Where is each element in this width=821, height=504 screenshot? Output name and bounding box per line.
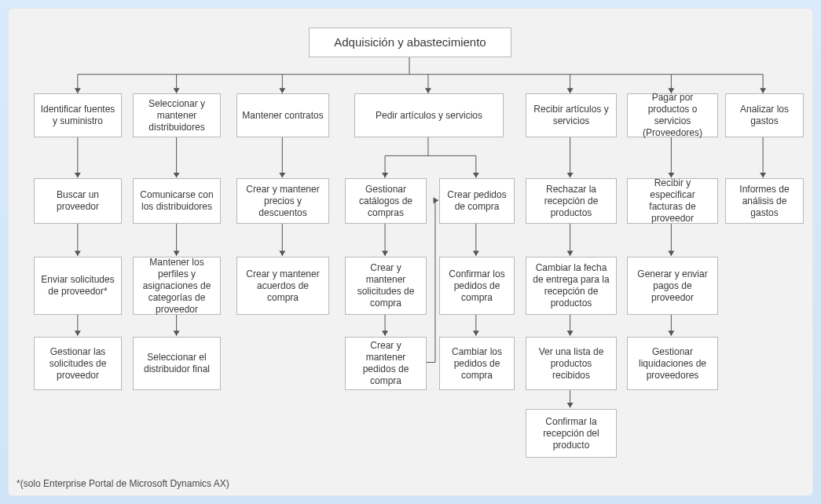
node-label: Cambiar la fecha de entrega para la rece… (531, 262, 611, 309)
svg-marker-22 (760, 88, 766, 93)
svg-marker-34 (174, 331, 180, 335)
svg-marker-51 (473, 251, 479, 256)
node-label: Pagar por productos o servicios (Proveed… (632, 92, 713, 139)
node-label: Ver una lista de productos recibidos (531, 346, 611, 382)
svg-marker-44 (382, 251, 388, 256)
node-c6s3: Gestionar liquidaciones de proveedores (627, 337, 718, 390)
column-header-col6: Pagar por productos o servicios (Proveed… (627, 93, 718, 137)
node-c1s1: Buscar un proveedor (34, 178, 122, 224)
svg-marker-49 (473, 173, 479, 177)
node-label: Generar y enviar pagos de proveedor (632, 268, 713, 304)
column-header-col4: Pedir artículos y servicios (354, 93, 504, 137)
node-c4as1: Gestionar catálogos de compras (345, 178, 427, 224)
node-label: Gestionar liquidaciones de proveedores (632, 346, 713, 382)
node-c3s1: Crear y mantener precios y descuentos (236, 178, 329, 224)
node-label: Confirmar la recepción del producto (531, 416, 611, 451)
node-c4as3: Crear y mantener pedidos de compra (345, 337, 427, 390)
svg-marker-10 (279, 88, 285, 93)
node-label: Confirmar los pedidos de compra (445, 268, 509, 304)
svg-marker-42 (382, 173, 388, 177)
column-header-col5: Recibir artículos y servicios (526, 93, 617, 137)
node-label: Seleccionar y mantener distribuidores (138, 98, 215, 133)
node-label: Gestionar las solicitudes de proveedor (39, 346, 116, 382)
svg-marker-30 (174, 173, 180, 177)
svg-marker-16 (567, 88, 574, 93)
svg-marker-4 (75, 88, 81, 93)
column-header-col1: Identificar fuentes y suministro (34, 93, 122, 137)
column-header-col2: Seleccionar y mantener distribuidores (133, 93, 221, 137)
svg-marker-32 (174, 251, 180, 256)
node-label: Gestionar catálogos de compras (350, 184, 421, 219)
node-label: Crear pedidos de compra (445, 189, 509, 213)
node-c6s1: Recibir y especificar facturas de provee… (627, 178, 718, 224)
svg-marker-24 (75, 173, 81, 177)
node-label: Recibir artículos y servicios (531, 104, 611, 127)
node-c7s1: Informes de análisis de gastos (725, 178, 804, 224)
svg-marker-26 (75, 251, 81, 256)
diagram-panel: *(solo Enterprise Portal de Microsoft Dy… (8, 8, 813, 496)
node-c3s2: Crear y mantener acuerdos de compra (236, 257, 329, 315)
node-c2s1: Comunicarse con los distribuidores (133, 178, 221, 224)
node-label: Seleccionar el distribuidor final (138, 352, 215, 375)
node-c6s2: Generar y enviar pagos de proveedor (627, 257, 718, 315)
node-label: Adquisición y abastecimiento (334, 35, 486, 50)
root-node: Adquisición y abastecimiento (309, 27, 511, 57)
svg-marker-38 (279, 251, 285, 256)
node-c2s2: Mantener los perfiles y asignaciones de … (133, 257, 221, 315)
svg-marker-53 (473, 331, 479, 335)
node-c4bs3: Cambiar los pedidos de compra (439, 337, 515, 390)
svg-marker-36 (279, 173, 285, 177)
column-header-col7: Analizar los gastos (725, 93, 804, 137)
node-label: Buscar un proveedor (39, 189, 116, 213)
node-label: Mantener los perfiles y asignaciones de … (138, 257, 215, 316)
svg-marker-56 (567, 173, 574, 177)
svg-marker-60 (567, 331, 574, 335)
node-label: Pedir artículos y servicios (376, 110, 482, 122)
node-c1s2: Enviar solicitudes de proveedor* (34, 257, 122, 315)
node-c5s2: Cambiar la fecha de entrega para la rece… (526, 257, 617, 315)
svg-marker-62 (567, 403, 574, 407)
node-c1s3: Gestionar las solicitudes de proveedor (34, 337, 122, 390)
node-label: Identificar fuentes y suministro (39, 104, 116, 127)
node-label: Crear y mantener precios y descuentos (242, 184, 324, 219)
node-label: Crear y mantener pedidos de compra (350, 340, 421, 387)
node-label: Recibir y especificar facturas de provee… (632, 177, 713, 225)
column-header-col3: Mantener contratos (236, 93, 329, 137)
node-label: Analizar los gastos (731, 104, 798, 127)
svg-marker-7 (174, 88, 180, 93)
svg-marker-66 (668, 251, 674, 256)
svg-marker-46 (382, 331, 388, 335)
svg-marker-58 (567, 251, 574, 256)
svg-marker-74 (434, 197, 438, 203)
node-label: Crear y mantener solicitudes de compra (350, 262, 421, 309)
node-c5s1: Rechazar la recepción de productos (526, 178, 617, 224)
node-label: Mantener contratos (242, 110, 323, 122)
svg-marker-68 (668, 331, 674, 335)
node-c5s4: Confirmar la recepción del producto (526, 409, 617, 458)
node-label: Informes de análisis de gastos (731, 184, 798, 219)
node-label: Rechazar la recepción de productos (531, 184, 611, 219)
svg-marker-70 (760, 173, 766, 177)
footnote-text: *(solo Enterprise Portal de Microsoft Dy… (16, 478, 229, 489)
svg-marker-28 (75, 331, 81, 335)
connectors-layer (9, 9, 812, 495)
node-c5s3: Ver una lista de productos recibidos (526, 337, 617, 390)
node-label: Enviar solicitudes de proveedor* (39, 274, 116, 298)
node-label: Comunicarse con los distribuidores (138, 189, 215, 213)
node-c2s3: Seleccionar el distribuidor final (133, 337, 221, 390)
node-label: Crear y mantener acuerdos de compra (242, 268, 324, 304)
outer-frame: *(solo Enterprise Portal de Microsoft Dy… (0, 0, 821, 504)
node-c4bs1: Crear pedidos de compra (439, 178, 515, 224)
svg-marker-13 (425, 88, 431, 93)
node-label: Cambiar los pedidos de compra (445, 346, 509, 382)
node-c4as2: Crear y mantener solicitudes de compra (345, 257, 427, 315)
node-c4bs2: Confirmar los pedidos de compra (439, 257, 515, 315)
